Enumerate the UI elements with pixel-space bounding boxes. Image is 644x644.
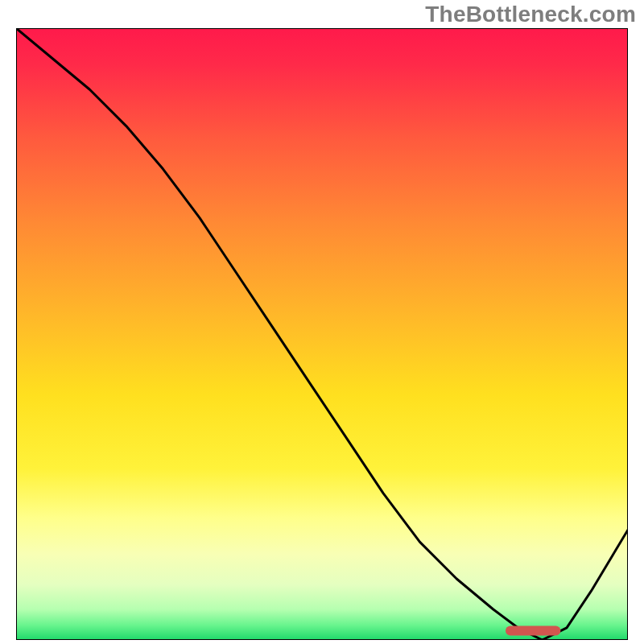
optimal-range-marker — [506, 626, 560, 636]
bottleneck-chart — [16, 28, 628, 640]
chart-svg — [16, 28, 628, 640]
watermark-text: TheBottleneck.com — [425, 2, 636, 27]
gradient-background — [16, 28, 628, 640]
